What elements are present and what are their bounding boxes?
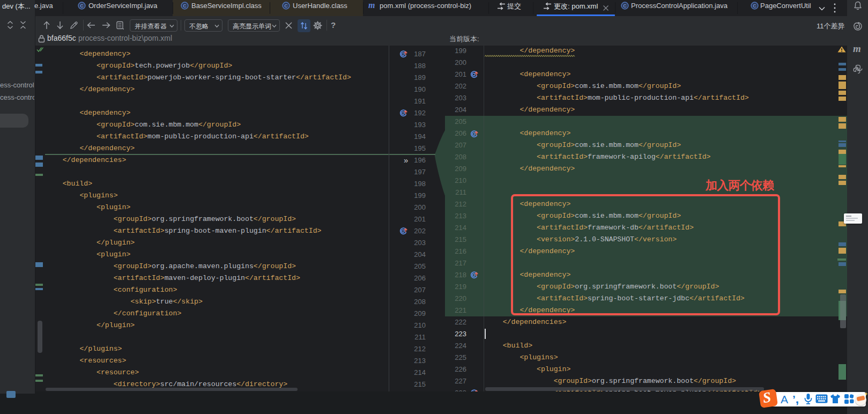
- svg-text:C: C: [753, 3, 756, 9]
- svg-text:C: C: [80, 3, 84, 9]
- svg-text:C: C: [623, 3, 627, 9]
- svg-text:C: C: [183, 3, 187, 9]
- svg-text:C: C: [284, 3, 288, 9]
